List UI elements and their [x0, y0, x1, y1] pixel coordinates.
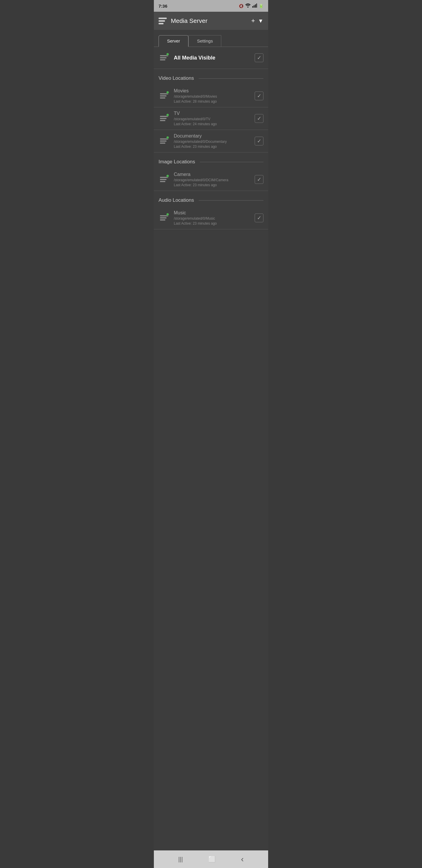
mute-icon: 🔇	[239, 4, 244, 8]
svg-rect-4	[256, 3, 257, 8]
movies-checkbox[interactable]	[255, 92, 263, 100]
svg-rect-1	[252, 6, 253, 8]
camera-icon-wrapper	[159, 174, 170, 185]
content-spacer	[154, 229, 268, 276]
section-line-audio	[199, 200, 263, 200]
status-time: 7:36	[159, 3, 167, 8]
all-media-checkbox[interactable]	[255, 53, 263, 62]
music-item-left: Music /storage/emulated/0/Music Last Act…	[159, 210, 217, 225]
music-last-active: Last Active: 23 minutes ago	[174, 221, 217, 225]
movies-item-left: Movies /storage/emulated/0/Movies Last A…	[159, 88, 217, 103]
all-media-icon-wrapper	[159, 52, 170, 63]
all-media-dot	[166, 53, 169, 56]
camera-checkbox[interactable]	[255, 175, 263, 184]
movies-name: Movies	[174, 88, 217, 94]
list-item: Movies /storage/emulated/0/Movies Last A…	[154, 85, 268, 107]
tv-checkbox[interactable]	[255, 114, 263, 123]
wifi-icon	[245, 3, 251, 8]
music-checkbox[interactable]	[255, 214, 263, 222]
camera-server-icon	[160, 177, 168, 182]
section-header-audio: Audio Locations	[154, 191, 268, 207]
tv-dot	[166, 114, 169, 116]
camera-info: Camera /storage/emulated/0/DCIM/Camera L…	[174, 172, 228, 187]
recents-button[interactable]: |||	[176, 854, 185, 865]
app-logo-icon	[159, 17, 167, 25]
list-item: TV /storage/emulated/0/TV Last Active: 2…	[154, 107, 268, 130]
home-button[interactable]: ⬜	[206, 853, 218, 865]
tab-server[interactable]: Server	[159, 35, 188, 47]
status-bar: 7:36 🔇 🔋	[154, 0, 268, 12]
music-name: Music	[174, 210, 217, 216]
tv-info: TV /storage/emulated/0/TV Last Active: 2…	[174, 111, 217, 126]
all-media-server-icon	[160, 55, 168, 60]
nav-bar: ||| ⬜ ‹	[154, 850, 268, 868]
music-dot	[166, 213, 169, 216]
battery-icon: 🔋	[259, 4, 263, 8]
camera-path: /storage/emulated/0/DCIM/Camera	[174, 178, 228, 182]
section-title-image: Image Locations	[159, 159, 195, 165]
documentary-dot	[166, 136, 169, 139]
section-title-audio: Audio Locations	[159, 197, 194, 203]
music-icon-wrapper	[159, 212, 170, 223]
section-title-video: Video Locations	[159, 75, 194, 81]
icon-bar-3	[159, 23, 164, 24]
documentary-item-left: Documentary /storage/emulated/0/Document…	[159, 133, 227, 149]
movies-path: /storage/emulated/0/Movies	[174, 94, 217, 98]
tv-name: TV	[174, 111, 217, 116]
documentary-last-active: Last Active: 23 minutes ago	[174, 145, 227, 149]
app-bar-actions: + ▾	[250, 16, 263, 26]
section-header-video: Video Locations	[154, 69, 268, 85]
movies-server-icon	[160, 93, 168, 98]
music-path: /storage/emulated/0/Music	[174, 216, 217, 220]
icon-bar-2	[159, 20, 165, 22]
all-media-label: All Media Visible	[174, 55, 216, 61]
camera-last-active: Last Active: 23 minutes ago	[174, 183, 228, 187]
camera-item-left: Camera /storage/emulated/0/DCIM/Camera L…	[159, 172, 228, 187]
section-header-image: Image Locations	[154, 153, 268, 168]
music-server-icon	[160, 215, 168, 220]
music-info: Music /storage/emulated/0/Music Last Act…	[174, 210, 217, 225]
camera-dot	[166, 175, 169, 178]
section-line-image	[200, 162, 263, 162]
tv-path: /storage/emulated/0/TV	[174, 117, 217, 121]
tv-item-left: TV /storage/emulated/0/TV Last Active: 2…	[159, 111, 217, 126]
movies-info: Movies /storage/emulated/0/Movies Last A…	[174, 88, 217, 103]
mini-bar-2	[160, 57, 166, 58]
mini-bar-3	[160, 59, 165, 60]
signal-icon	[252, 3, 257, 8]
all-media-row: All Media Visible	[154, 47, 268, 69]
camera-name: Camera	[174, 172, 228, 177]
tab-bar: Server Settings	[154, 30, 268, 46]
documentary-server-icon	[160, 138, 168, 144]
status-icons: 🔇 🔋	[239, 3, 263, 8]
svg-rect-3	[255, 4, 256, 8]
list-item: Camera /storage/emulated/0/DCIM/Camera L…	[154, 168, 268, 191]
movies-last-active: Last Active: 28 minutes ago	[174, 99, 217, 103]
documentary-icon-wrapper	[159, 135, 170, 147]
section-line-video	[199, 78, 263, 79]
list-item: Music /storage/emulated/0/Music Last Act…	[154, 207, 268, 229]
list-item: Documentary /storage/emulated/0/Document…	[154, 130, 268, 153]
tv-last-active: Last Active: 24 minutes ago	[174, 122, 217, 126]
app-bar: Media Server + ▾	[154, 12, 268, 30]
add-button[interactable]: +	[250, 16, 256, 26]
svg-point-0	[247, 6, 249, 8]
documentary-path: /storage/emulated/0/Documentary	[174, 140, 227, 144]
tv-server-icon	[160, 116, 168, 121]
back-button[interactable]: ‹	[238, 852, 246, 866]
documentary-info: Documentary /storage/emulated/0/Document…	[174, 133, 227, 149]
tv-icon-wrapper	[159, 113, 170, 124]
svg-rect-2	[254, 5, 255, 8]
app-title: Media Server	[171, 17, 207, 24]
documentary-name: Documentary	[174, 133, 227, 139]
movies-icon-wrapper	[159, 90, 170, 101]
icon-bar-1	[159, 18, 167, 19]
movies-dot	[166, 91, 169, 94]
app-bar-left: Media Server	[159, 17, 207, 25]
tab-settings[interactable]: Settings	[188, 35, 221, 46]
documentary-checkbox[interactable]	[255, 137, 263, 146]
all-media-left: All Media Visible	[159, 52, 216, 63]
content-area: Server Settings All Media Visible Video …	[154, 30, 268, 850]
dropdown-button[interactable]: ▾	[258, 16, 263, 26]
